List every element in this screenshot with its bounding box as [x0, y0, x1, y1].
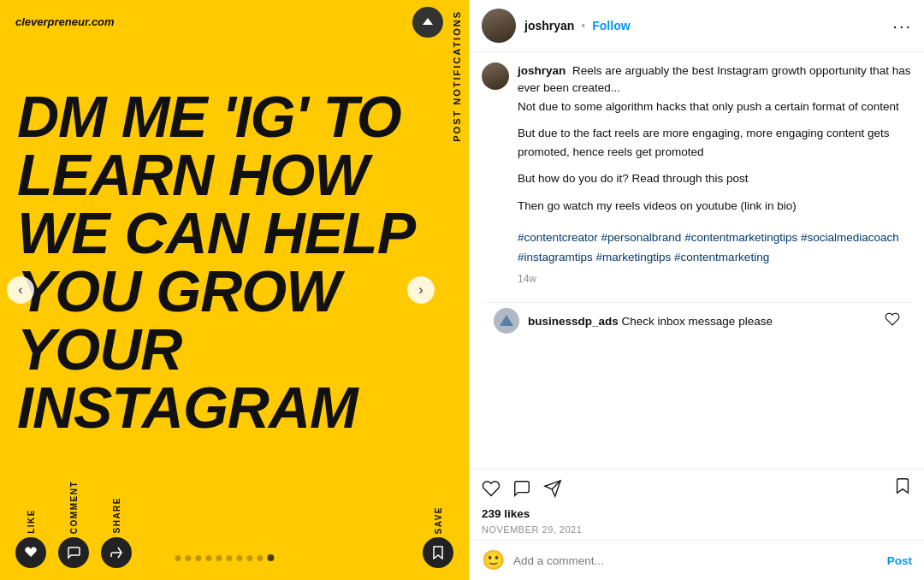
dot-7[interactable] — [236, 555, 242, 561]
caption-body: Not due to some algorithm hacks that onl… — [518, 98, 912, 229]
left-panel: cleverpreneur.com POST NOTIFICATIONS DM … — [0, 0, 469, 580]
comment-like-icon[interactable] — [885, 311, 900, 330]
caption-content: joshryan Reels are arguably the best Ins… — [518, 62, 912, 293]
save-button[interactable] — [423, 537, 453, 568]
likes-section: 239 likes — [470, 504, 924, 523]
nav-left-button[interactable]: ‹ — [7, 276, 34, 304]
caption-para-2: Not due to some algorithm hacks that onl… — [518, 98, 912, 116]
action-buttons: LIKE COMMENT SHARE — [15, 481, 132, 568]
caption-row: joshryan Reels are arguably the best Ins… — [482, 62, 912, 293]
comment-body: Check inbox message please — [622, 315, 773, 328]
dot-8[interactable] — [246, 555, 252, 561]
emoji-button[interactable]: 🙂 — [482, 549, 505, 571]
dot-1[interactable] — [175, 555, 181, 561]
post-notifications-label: POST NOTIFICATIONS — [445, 0, 469, 152]
like-label: LIKE — [27, 509, 36, 534]
comment-button[interactable] — [58, 537, 89, 568]
add-comment-row: 🙂 Post — [470, 540, 924, 580]
caption-para-5: Then go watch my reels videos on youtube… — [518, 197, 912, 216]
like-icon-button[interactable] — [482, 479, 500, 498]
action-icons — [482, 479, 893, 498]
dot-10[interactable] — [267, 554, 274, 561]
website-label: cleverpreneur.com — [15, 15, 115, 28]
like-button[interactable] — [15, 537, 46, 568]
caption-part-1: Reels are arguably the best Instagram gr… — [518, 64, 911, 94]
dot-6[interactable] — [226, 555, 232, 561]
caption-area: joshryan Reels are arguably the best Ins… — [470, 52, 924, 469]
dot-2[interactable] — [185, 555, 191, 561]
share-button[interactable] — [101, 537, 132, 568]
likes-count: 239 likes — [482, 507, 530, 520]
caption-avatar[interactable] — [482, 62, 509, 90]
share-label: SHARE — [112, 497, 121, 534]
dot-5[interactable] — [216, 555, 222, 561]
dot-9[interactable] — [257, 555, 263, 561]
caption-para-3: But due to the fact reels are more engag… — [518, 124, 912, 161]
carousel-dots — [175, 554, 274, 561]
caption-text: joshryan Reels are arguably the best Ins… — [518, 62, 912, 98]
bottom-bar: LIKE COMMENT SHARE — [0, 472, 469, 580]
save-label: SAVE — [434, 506, 443, 535]
time-ago: 14w — [518, 273, 912, 285]
comment-input[interactable] — [513, 554, 879, 567]
action-bar — [470, 469, 924, 504]
right-panel: joshryan • Follow ··· joshryan Reels are… — [469, 0, 924, 580]
comment-label: COMMENT — [69, 481, 79, 534]
follow-button[interactable]: Follow — [592, 19, 630, 33]
comment-text: businessdp_ads Check inbox message pleas… — [528, 315, 773, 328]
post-header: joshryan • Follow ··· — [470, 0, 924, 52]
post-date: NOVEMBER 29, 2021 — [470, 523, 924, 540]
share-action: SHARE — [101, 497, 132, 568]
commenter-avatar[interactable] — [494, 308, 519, 334]
nav-right-button[interactable]: › — [407, 276, 435, 304]
up-arrow-button[interactable] — [412, 7, 443, 38]
header-user-info: joshryan • Follow — [524, 19, 892, 33]
commenter-username[interactable]: businessdp_ads — [528, 315, 619, 328]
share-icon-button[interactable] — [543, 479, 562, 498]
post-comment-button[interactable]: Post — [887, 554, 912, 567]
dot-3[interactable] — [195, 555, 201, 561]
header-avatar[interactable] — [482, 9, 516, 43]
more-options-icon[interactable]: ··· — [892, 16, 912, 36]
dot-separator: • — [581, 19, 585, 33]
svg-marker-0 — [500, 315, 513, 326]
comment-icon-button[interactable] — [512, 479, 531, 498]
save-action: SAVE — [423, 506, 453, 569]
comment-row: businessdp_ads Check inbox message pleas… — [482, 302, 912, 339]
header-username[interactable]: joshryan — [524, 19, 574, 33]
comment-action: COMMENT — [58, 481, 89, 568]
main-heading: DM ME 'IG' TO LEARN HOW WE CAN HELP YOU … — [17, 87, 452, 436]
bookmark-icon-button[interactable] — [893, 476, 912, 500]
main-text-block: DM ME 'IG' TO LEARN HOW WE CAN HELP YOU … — [0, 0, 469, 472]
hashtags[interactable]: #contentcreator #personalbrand #contentm… — [518, 228, 912, 268]
like-action: LIKE — [15, 509, 46, 568]
caption-para-4: But how do you do it? Read through this … — [518, 169, 912, 188]
caption-username[interactable]: joshryan — [518, 64, 566, 77]
dot-4[interactable] — [205, 555, 211, 561]
